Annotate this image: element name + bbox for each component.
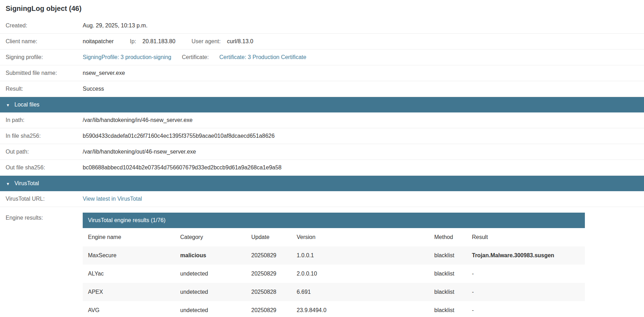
section-title-virustotal: VirusTotal <box>14 180 39 187</box>
submitted-file-name-value: nsew_server.exe <box>83 70 125 76</box>
in-path-value: /var/lib/handtokening/in/46-nsew_server.… <box>83 117 192 123</box>
created-value: Aug. 29, 2025, 10:13 p.m. <box>83 22 147 29</box>
table-header-row: Engine name Category Update Version Meth… <box>83 228 585 246</box>
signing-profile-link[interactable]: SigningProfile: 3 production-signing <box>83 54 171 60</box>
result-cell: - <box>467 283 585 301</box>
field-row-signing-profile: Signing profile: SigningProfile: 3 produ… <box>0 50 644 65</box>
out-file-sha256-value: bc08688abbecd10244b2e07354d756607679d33e… <box>83 164 282 171</box>
engine-results-label: Engine results: <box>0 207 83 221</box>
out-path-label: Out path: <box>0 149 83 155</box>
virustotal-url-label: VirusTotal URL: <box>0 196 83 202</box>
method-cell: blacklist <box>429 265 467 283</box>
category-cell: undetected <box>175 265 246 283</box>
version-cell: 1.0.0.1 <box>291 246 429 265</box>
result-value: Success <box>83 86 104 92</box>
table-row: MaxSecure malicious 20250829 1.0.0.1 bla… <box>83 246 585 265</box>
collapse-triangle-icon: ▼ <box>6 182 10 186</box>
page-title: SigningLog object (46) <box>0 0 644 18</box>
user-agent-value: curl/8.13.0 <box>227 38 253 45</box>
in-file-sha256-value: b590d433cdadefa01c26f7160c4ec1395f3755b9… <box>83 133 274 139</box>
version-cell: 23.9.8494.0 <box>291 301 429 317</box>
update-cell: 20250829 <box>246 265 291 283</box>
engine-results-table: VirusTotal engine results (1/76) Engine … <box>83 213 585 317</box>
column-header-category: Category <box>175 228 246 246</box>
table-row: APEX undetected 20250828 6.691 blacklist… <box>83 283 585 301</box>
engine-name-cell: MaxSecure <box>83 246 175 265</box>
result-cell: - <box>467 301 585 317</box>
certificate-link[interactable]: Certificate: 3 Production Certificate <box>219 54 306 60</box>
method-cell: blacklist <box>429 283 467 301</box>
update-cell: 20250828 <box>246 283 291 301</box>
collapse-triangle-icon: ▼ <box>6 103 10 107</box>
engine-name-cell: ALYac <box>83 265 175 283</box>
section-header-local-files[interactable]: ▼ Local files <box>0 97 644 112</box>
category-cell: malicious <box>175 246 246 265</box>
field-row-in-path: In path: /var/lib/handtokening/in/46-nse… <box>0 112 644 128</box>
out-file-sha256-label: Out file sha256: <box>0 164 83 171</box>
section-header-virustotal[interactable]: ▼ VirusTotal <box>0 176 644 191</box>
submitted-file-name-label: Submitted file name: <box>0 70 83 76</box>
update-cell: 20250829 <box>246 301 291 317</box>
out-path-value: /var/lib/handtokening/out/46-nsew_server… <box>83 149 196 155</box>
field-row-out-path: Out path: /var/lib/handtokening/out/46-n… <box>0 144 644 160</box>
category-cell: undetected <box>175 301 246 317</box>
table-row: AVG undetected 20250829 23.9.8494.0 blac… <box>83 301 585 317</box>
result-cell: Trojan.Malware.300983.susgen <box>467 246 585 265</box>
column-header-update: Update <box>246 228 291 246</box>
field-row-engine-results: Engine results: VirusTotal engine result… <box>0 207 644 317</box>
field-row-submitted-file-name: Submitted file name: nsew_server.exe <box>0 65 644 81</box>
method-cell: blacklist <box>429 246 467 265</box>
field-row-result: Result: Success <box>0 81 644 97</box>
method-cell: blacklist <box>429 301 467 317</box>
update-cell: 20250829 <box>246 246 291 265</box>
user-agent-label: User agent: <box>191 38 221 45</box>
table-row: ALYac undetected 20250829 2.0.0.10 black… <box>83 265 585 283</box>
field-row-in-file-sha256: In file sha256: b590d433cdadefa01c26f716… <box>0 128 644 144</box>
engine-results-table-caption: VirusTotal engine results (1/76) <box>83 213 585 228</box>
field-row-virustotal-url: VirusTotal URL: View latest in VirusTota… <box>0 191 644 207</box>
version-cell: 2.0.0.10 <box>291 265 429 283</box>
created-label: Created: <box>0 22 83 29</box>
result-label: Result: <box>0 86 83 92</box>
in-file-sha256-label: In file sha256: <box>0 133 83 139</box>
client-name-value: noitapatcher <box>83 38 114 45</box>
ip-label: Ip: <box>130 38 136 45</box>
category-cell: undetected <box>175 283 246 301</box>
field-row-created: Created: Aug. 29, 2025, 10:13 p.m. <box>0 18 644 34</box>
column-header-version: Version <box>291 228 429 246</box>
column-header-method: Method <box>429 228 467 246</box>
client-name-label: Client name: <box>0 38 83 45</box>
engine-name-cell: APEX <box>83 283 175 301</box>
virustotal-link[interactable]: View latest in VirusTotal <box>83 196 142 202</box>
column-header-result: Result <box>467 228 585 246</box>
column-header-engine-name: Engine name <box>83 228 175 246</box>
engine-name-cell: AVG <box>83 301 175 317</box>
version-cell: 6.691 <box>291 283 429 301</box>
signing-profile-label: Signing profile: <box>0 54 83 60</box>
field-row-client: Client name: noitapatcher Ip: 20.81.183.… <box>0 34 644 50</box>
ip-value: 20.81.183.80 <box>143 38 175 45</box>
certificate-label: Certificate: <box>182 54 209 60</box>
in-path-label: In path: <box>0 117 83 123</box>
field-row-out-file-sha256: Out file sha256: bc08688abbecd10244b2e07… <box>0 160 644 176</box>
section-title-local-files: Local files <box>14 102 39 108</box>
result-cell: - <box>467 265 585 283</box>
